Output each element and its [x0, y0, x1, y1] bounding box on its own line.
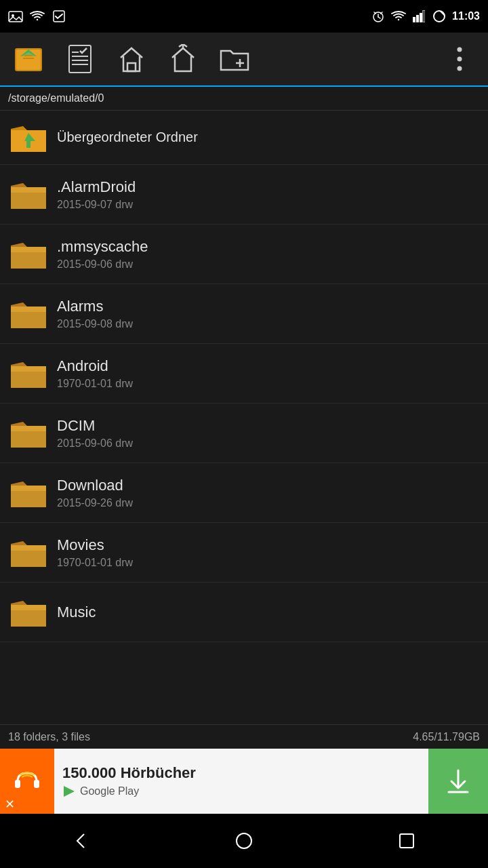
parent-folder-label: Übergeordneter Ordner [57, 130, 198, 145]
list-item[interactable]: Download 2015-09-26 drw [0, 463, 488, 523]
parent-folder-icon [8, 117, 49, 158]
recents-button[interactable] [380, 814, 434, 868]
file-name: DCIM [57, 417, 133, 435]
parent-folder-item[interactable]: Übergeordneter Ordner [0, 111, 488, 165]
svg-rect-32 [26, 140, 30, 148]
svg-rect-24 [127, 63, 136, 71]
wifi-icon [30, 9, 45, 24]
svg-point-30 [458, 66, 462, 71]
new-folder-button[interactable] [217, 41, 252, 77]
navigate-up-button[interactable] [165, 41, 201, 77]
file-name: Movies [57, 536, 133, 554]
svg-rect-34 [15, 780, 20, 788]
svg-rect-10 [420, 13, 422, 22]
toolbar [0, 33, 488, 87]
ad-store-label: Google Play [80, 785, 139, 797]
photo-icon [8, 9, 23, 24]
back-button[interactable] [54, 814, 108, 868]
svg-rect-9 [416, 15, 419, 22]
file-info: Movies 1970-01-01 drw [57, 536, 133, 569]
file-items-container: .AlarmDroid 2015-09-07 drw .mmsyscache 2… [0, 165, 488, 642]
folder-icon [8, 592, 49, 633]
ad-title: 150.000 Hörbücher [62, 764, 420, 782]
folder-icon [8, 473, 49, 513]
file-info: .mmsyscache 2015-09-06 drw [57, 238, 148, 271]
file-meta: 2015-09-08 drw [57, 318, 133, 330]
status-icons-left [8, 9, 66, 24]
file-name: Alarms [57, 298, 133, 315]
ad-subtitle: Google Play [62, 785, 420, 798]
svg-point-29 [458, 57, 462, 62]
folder-icon [8, 174, 49, 215]
home-nav-button[interactable] [217, 814, 271, 868]
file-meta: 2015-09-26 drw [57, 497, 133, 509]
app-logo[interactable] [11, 41, 46, 77]
time-display: 11:03 [452, 10, 480, 22]
svg-rect-0 [9, 12, 22, 22]
svg-point-39 [237, 833, 251, 848]
file-meta: 2015-09-06 drw [57, 437, 133, 450]
path-bar: /storage/emulated/0 [0, 87, 488, 111]
overflow-menu-button[interactable] [442, 41, 477, 77]
file-meta: 2015-09-06 drw [57, 258, 148, 271]
ad-download-button[interactable] [428, 749, 488, 814]
list-item[interactable]: Movies 1970-01-01 drw [0, 523, 488, 583]
ad-banner[interactable]: 150.000 Hörbücher Google Play ✕ [0, 749, 488, 814]
signal-wifi-icon [391, 9, 406, 24]
svg-rect-11 [423, 10, 425, 22]
file-count: 18 folders, 3 files [8, 731, 90, 743]
circle-icon [432, 9, 447, 24]
file-info: Alarms 2015-09-08 drw [57, 298, 133, 330]
file-list: Übergeordneter Ordner .AlarmDroid 2015-0… [0, 111, 488, 724]
svg-rect-40 [400, 834, 413, 848]
list-item[interactable]: Android 1970-01-01 drw [0, 344, 488, 403]
file-meta: 1970-01-01 drw [57, 557, 133, 569]
list-item[interactable]: .mmsyscache 2015-09-06 drw [0, 224, 488, 284]
signal-bars-icon [411, 9, 426, 24]
file-info: .AlarmDroid 2015-09-07 drw [57, 178, 136, 211]
file-name: .AlarmDroid [57, 178, 136, 196]
file-name: .mmsyscache [57, 238, 148, 256]
home-button[interactable] [114, 41, 149, 77]
folder-icon [8, 413, 49, 454]
status-bar: 11:03 [0, 0, 488, 33]
list-item[interactable]: Music [0, 583, 488, 642]
list-item[interactable]: DCIM 2015-09-06 drw [0, 403, 488, 463]
status-footer: 18 folders, 3 files 4.65/11.79GB [0, 724, 488, 749]
svg-line-5 [378, 17, 380, 18]
ad-content: 150.000 Hörbücher Google Play [54, 749, 428, 814]
alarm-icon [371, 9, 386, 24]
svg-rect-17 [24, 55, 33, 56]
file-name: Android [57, 357, 133, 375]
svg-point-28 [458, 47, 462, 52]
svg-rect-8 [413, 17, 415, 22]
current-path: /storage/emulated/0 [8, 92, 104, 104]
file-meta: 2015-09-07 drw [57, 199, 136, 211]
folder-icon [8, 294, 49, 334]
svg-rect-18 [23, 58, 34, 59]
list-item[interactable]: Alarms 2015-09-08 drw [0, 284, 488, 344]
svg-marker-36 [64, 786, 75, 797]
folder-icon [8, 532, 49, 573]
status-icons-right: 11:03 [371, 9, 480, 24]
navigation-bar [0, 814, 488, 868]
file-name: Download [57, 477, 133, 494]
file-info: DCIM 2015-09-06 drw [57, 417, 133, 450]
file-info: Download 2015-09-26 drw [57, 477, 133, 509]
ad-close-button[interactable]: ✕ [3, 797, 16, 811]
svg-rect-19 [69, 45, 91, 73]
storage-info: 4.65/11.79GB [413, 731, 480, 743]
file-meta: 1970-01-01 drw [57, 378, 133, 390]
file-name: Music [57, 604, 96, 621]
file-info: Music [57, 604, 96, 621]
list-item[interactable]: .AlarmDroid 2015-09-07 drw [0, 165, 488, 224]
folder-icon [8, 234, 49, 275]
svg-rect-35 [34, 780, 39, 788]
checklist-button[interactable] [62, 41, 98, 77]
svg-point-33 [9, 764, 45, 799]
task-icon [52, 9, 66, 24]
file-info: Android 1970-01-01 drw [57, 357, 133, 390]
folder-icon [8, 353, 49, 394]
